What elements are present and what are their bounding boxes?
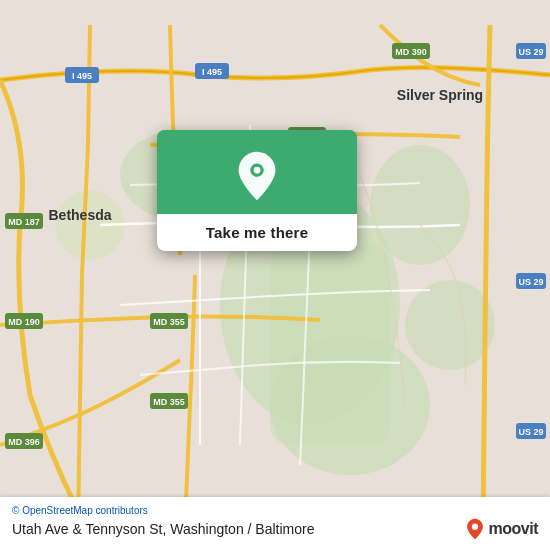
svg-text:US 29: US 29 xyxy=(518,427,543,437)
svg-text:MD 187: MD 187 xyxy=(8,217,40,227)
svg-text:Silver Spring: Silver Spring xyxy=(397,87,483,103)
popup-card: Take me there xyxy=(157,130,357,251)
svg-point-35 xyxy=(254,167,261,174)
svg-text:Bethesda: Bethesda xyxy=(48,207,111,223)
location-name: Utah Ave & Tennyson St, Washington / Bal… xyxy=(12,521,314,537)
location-pin-icon xyxy=(231,150,283,202)
svg-point-7 xyxy=(405,280,495,370)
svg-text:I 495: I 495 xyxy=(202,67,222,77)
bottom-bar: © OpenStreetMap contributors Utah Ave & … xyxy=(0,497,550,550)
moovit-logo-text: moovit xyxy=(489,520,538,538)
moovit-logo: moovit xyxy=(464,518,538,540)
map-container: I 495 I 495 US 29 US 29 US 29 MD 410 MD … xyxy=(0,0,550,550)
svg-point-3 xyxy=(370,145,470,265)
svg-text:I 495: I 495 xyxy=(72,71,92,81)
svg-text:MD 355: MD 355 xyxy=(153,317,185,327)
map-svg: I 495 I 495 US 29 US 29 US 29 MD 410 MD … xyxy=(0,0,550,550)
svg-text:MD 396: MD 396 xyxy=(8,437,40,447)
take-me-there-button[interactable]: Take me there xyxy=(157,214,357,251)
bottom-info: Utah Ave & Tennyson St, Washington / Bal… xyxy=(12,518,538,540)
svg-text:MD 190: MD 190 xyxy=(8,317,40,327)
moovit-pin-icon xyxy=(464,518,486,540)
svg-text:MD 355: MD 355 xyxy=(153,397,185,407)
svg-point-36 xyxy=(471,524,477,530)
popup-icon-area xyxy=(157,130,357,214)
attribution: © OpenStreetMap contributors xyxy=(12,505,538,516)
svg-text:MD 390: MD 390 xyxy=(395,47,427,57)
svg-rect-5 xyxy=(270,245,390,445)
svg-text:US 29: US 29 xyxy=(518,47,543,57)
svg-text:US 29: US 29 xyxy=(518,277,543,287)
attribution-text: © OpenStreetMap contributors xyxy=(12,505,148,516)
